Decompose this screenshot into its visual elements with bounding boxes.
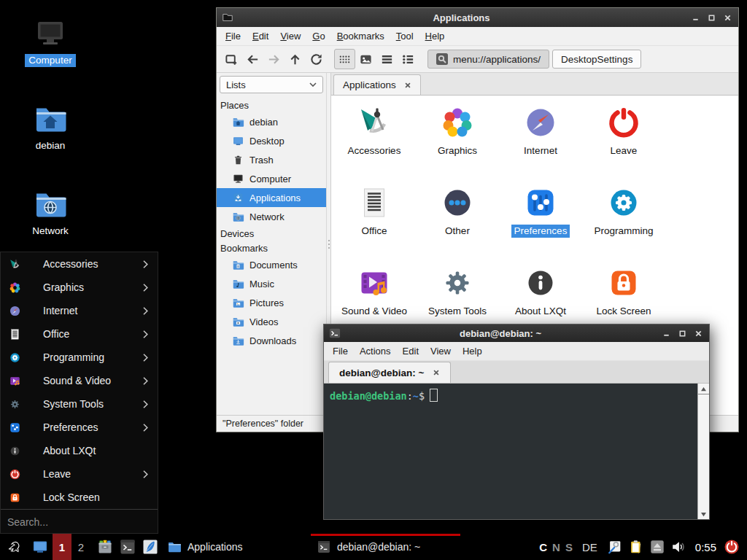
tab-close-icon[interactable] bbox=[404, 82, 411, 89]
power-button[interactable] bbox=[723, 534, 740, 560]
sidebar-item-applications[interactable]: Applications bbox=[217, 188, 326, 207]
start-menu-item-sound-video[interactable]: Sound & Video bbox=[1, 369, 158, 392]
view-detail-button[interactable] bbox=[398, 49, 419, 69]
start-menu-item-preferences[interactable]: Preferences bbox=[1, 416, 158, 439]
back-button[interactable] bbox=[242, 49, 263, 69]
kbd-indicator-n[interactable]: N bbox=[552, 541, 560, 553]
maximize-button[interactable] bbox=[676, 328, 688, 338]
sidebar-item-documents[interactable]: Documents bbox=[217, 255, 326, 274]
term-menu-help[interactable]: Help bbox=[457, 343, 488, 359]
grid-item-accessories[interactable]: Accessories bbox=[333, 98, 416, 179]
grid-item-leave[interactable]: Leave bbox=[582, 98, 665, 179]
grid-item-office[interactable]: Office bbox=[333, 179, 416, 259]
start-menu-item-lock-screen[interactable]: Lock Screen bbox=[1, 486, 158, 509]
address-crumb[interactable]: menu://applications/ bbox=[427, 50, 549, 69]
start-menu-item-graphics[interactable]: Graphics bbox=[1, 276, 158, 299]
forward-button[interactable] bbox=[263, 49, 285, 69]
menu-search-input[interactable]: Search... bbox=[1, 509, 158, 534]
sidebar-mode-select[interactable]: Lists bbox=[220, 76, 323, 93]
view-image-button[interactable] bbox=[355, 49, 376, 69]
term-menu-view[interactable]: View bbox=[425, 343, 457, 359]
start-menu-item-system-tools[interactable]: System Tools bbox=[1, 392, 158, 416]
tray-screenshot[interactable] bbox=[607, 534, 623, 560]
launcher-file-manager[interactable] bbox=[93, 534, 116, 560]
sidebar-item-trash[interactable]: Trash bbox=[217, 150, 326, 169]
menu-tool[interactable]: Tool bbox=[390, 28, 419, 44]
fm-titlebar[interactable]: Applications bbox=[217, 8, 738, 27]
menu-edit[interactable]: Edit bbox=[247, 28, 274, 44]
start-menu-item-programming[interactable]: Programming bbox=[1, 346, 158, 369]
term-menu-file[interactable]: File bbox=[327, 343, 354, 359]
maximize-button[interactable] bbox=[705, 12, 717, 23]
desktop-icon-debian[interactable]: debian bbox=[15, 101, 85, 152]
start-menu-item-accessories[interactable]: Accessories bbox=[1, 252, 158, 276]
term-tab-label: debian@debian: ~ bbox=[339, 368, 424, 378]
view-grid-button[interactable] bbox=[334, 49, 355, 69]
term-menu-edit[interactable]: Edit bbox=[397, 343, 425, 359]
start-menu-item-internet[interactable]: Internet bbox=[1, 299, 158, 322]
start-menu-item-label: About LXQt bbox=[43, 445, 96, 456]
terminal-view[interactable]: debian@debian:~$ bbox=[324, 384, 709, 519]
close-button[interactable] bbox=[721, 12, 733, 23]
term-menu-actions[interactable]: Actions bbox=[354, 343, 397, 359]
grid-item-preferences[interactable]: Preferences bbox=[499, 179, 582, 259]
launcher-terminal[interactable] bbox=[116, 534, 139, 560]
sidebar-item-videos[interactable]: Videos bbox=[217, 312, 326, 331]
scroll-down-icon[interactable] bbox=[698, 509, 709, 519]
menu-help[interactable]: Help bbox=[419, 28, 451, 44]
minimize-button[interactable] bbox=[660, 328, 672, 338]
fm-window-title: Applications bbox=[238, 12, 685, 23]
menu-go[interactable]: Go bbox=[306, 28, 330, 44]
keyboard-layout[interactable]: DE bbox=[582, 541, 597, 553]
minimize-button[interactable] bbox=[689, 12, 701, 23]
sidebar-item-debian[interactable]: debian bbox=[217, 112, 326, 131]
desktop-icon-network[interactable]: Network bbox=[15, 187, 85, 238]
sidebar-item-desktop[interactable]: Desktop bbox=[217, 131, 326, 150]
scroll-up-icon[interactable] bbox=[698, 384, 709, 394]
close-button[interactable] bbox=[692, 328, 704, 338]
clock[interactable]: 0:55 bbox=[695, 541, 716, 553]
tray-clipboard[interactable] bbox=[628, 534, 644, 560]
new-tab-button[interactable] bbox=[221, 49, 242, 69]
show-desktop-button[interactable] bbox=[28, 534, 53, 560]
sidebar-item-label: Downloads bbox=[249, 335, 296, 346]
term-titlebar[interactable]: debian@debian: ~ bbox=[324, 324, 709, 342]
desktopsettings-crumb[interactable]: DesktopSettings bbox=[552, 50, 641, 69]
main-menu-button[interactable] bbox=[0, 534, 28, 560]
tray-volume[interactable] bbox=[670, 534, 686, 560]
sidebar-item-pictures[interactable]: Pictures bbox=[217, 293, 326, 312]
workspace-2[interactable]: 2 bbox=[71, 534, 90, 560]
grid-item-programming[interactable]: Programming bbox=[582, 179, 665, 259]
start-menu-item-office[interactable]: Office bbox=[1, 322, 158, 346]
tab-applications[interactable]: Applications bbox=[333, 74, 421, 95]
workspace-1[interactable]: 1 bbox=[53, 534, 71, 560]
sidebar-item-computer[interactable]: Computer bbox=[217, 169, 326, 188]
term-tab[interactable]: debian@debian: ~ bbox=[328, 362, 451, 383]
sidebar-item-network[interactable]: Network bbox=[217, 207, 326, 226]
sidebar-item-music[interactable]: Music bbox=[217, 274, 326, 293]
start-menu-item-about-lxqt[interactable]: About LXQt bbox=[1, 439, 158, 462]
view-compact-button[interactable] bbox=[376, 49, 398, 69]
task-debian-debian[interactable]: debian@debian: ~ bbox=[311, 534, 460, 560]
up-button[interactable] bbox=[285, 49, 306, 69]
start-menu-item-leave[interactable]: Leave bbox=[1, 462, 158, 486]
task-applications[interactable]: Applications bbox=[161, 534, 311, 560]
terminal-scrollbar[interactable] bbox=[697, 384, 709, 519]
grid-item-graphics[interactable]: Graphics bbox=[416, 98, 499, 179]
kbd-indicator-c[interactable]: C bbox=[539, 541, 547, 553]
kbd-indicator-s[interactable]: S bbox=[565, 541, 573, 553]
sidebar-item-downloads[interactable]: Downloads bbox=[217, 331, 326, 350]
grid-item-internet[interactable]: Internet bbox=[499, 98, 582, 179]
prompt-colon: : bbox=[407, 390, 413, 402]
launcher-featherpad[interactable] bbox=[139, 534, 161, 560]
menu-bookmarks[interactable]: Bookmarks bbox=[331, 28, 390, 44]
tray-eject[interactable] bbox=[649, 534, 665, 560]
grid-item-other[interactable]: Other bbox=[416, 179, 499, 259]
menu-view[interactable]: View bbox=[274, 28, 306, 44]
scrollbar-track[interactable] bbox=[698, 394, 709, 509]
refresh-button[interactable] bbox=[306, 49, 327, 69]
desktop-icon-computer[interactable]: Computer bbox=[15, 16, 85, 67]
term-tab-close-icon[interactable] bbox=[433, 369, 440, 376]
menu-file[interactable]: File bbox=[220, 28, 247, 44]
sidebar-header-places: Places bbox=[217, 98, 326, 112]
